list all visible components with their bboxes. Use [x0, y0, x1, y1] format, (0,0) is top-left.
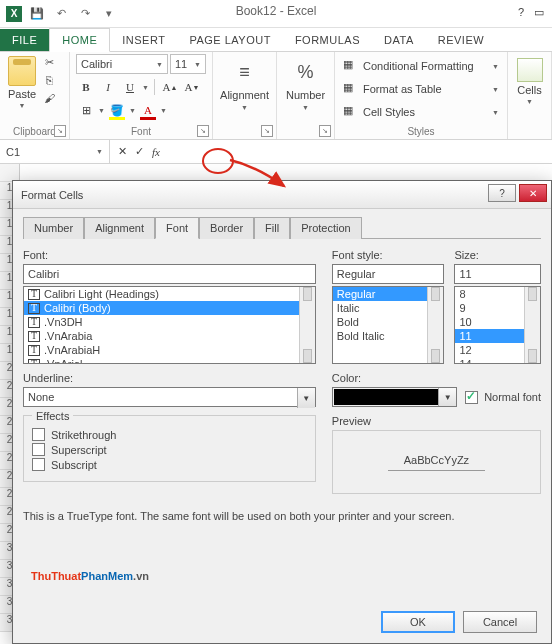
cells-button[interactable]: Cells ▼ [514, 54, 545, 109]
size-input[interactable] [454, 264, 541, 284]
shrink-font-button[interactable]: A▼ [182, 77, 202, 97]
conditional-formatting-button[interactable]: ▦Conditional Formatting▼ [343, 56, 499, 76]
cs-icon: ▦ [343, 104, 359, 120]
font-name-combo[interactable]: Calibri▼ [76, 54, 168, 74]
underline-label: Underline: [23, 372, 316, 384]
font-dialog-launcher[interactable]: ↘ [197, 125, 209, 137]
font-style-label: Font style: [332, 249, 445, 261]
tab-review[interactable]: REVIEW [426, 29, 496, 51]
undo-icon[interactable]: ↶ [52, 5, 70, 23]
font-size-combo[interactable]: 11▼ [170, 54, 206, 74]
dialog-help-button[interactable]: ? [488, 184, 516, 202]
enter-formula-icon[interactable]: ✓ [135, 145, 144, 158]
watermark: ThuThuatPhanMem.vn [31, 561, 149, 585]
truetype-icon: T [28, 345, 40, 356]
font-color-button[interactable]: A [138, 100, 158, 120]
fx-icon[interactable]: fx [152, 146, 160, 158]
dlg-tab-border[interactable]: Border [199, 217, 254, 239]
fill-color-button[interactable]: 🪣 [107, 100, 127, 120]
alignment-icon: ≡ [231, 58, 259, 86]
clipboard-dialog-launcher[interactable]: ↘ [54, 125, 66, 137]
scrollbar[interactable] [427, 287, 443, 363]
dlg-tab-number[interactable]: Number [23, 217, 84, 239]
grow-font-button[interactable]: A▲ [160, 77, 180, 97]
ribbon-options-icon[interactable]: ▭ [534, 6, 544, 19]
chevron-down-icon[interactable]: ▼ [297, 388, 315, 408]
font-listbox[interactable]: TCalibri Light (Headings) TCalibri (Body… [23, 286, 316, 364]
cancel-formula-icon[interactable]: ✕ [118, 145, 127, 158]
tab-page-layout[interactable]: PAGE LAYOUT [177, 29, 283, 51]
redo-icon[interactable]: ↷ [76, 5, 94, 23]
excel-icon: X [6, 6, 22, 22]
font-group-label: Font [76, 124, 206, 139]
cells-icon [517, 58, 543, 82]
border-button[interactable]: ⊞ [76, 100, 96, 120]
save-icon[interactable]: 💾 [28, 5, 46, 23]
dlg-tab-protection[interactable]: Protection [290, 217, 362, 239]
font-label: Font: [23, 249, 316, 261]
copy-icon[interactable]: ⎘ [41, 72, 57, 88]
tab-formulas[interactable]: FORMULAS [283, 29, 372, 51]
dlg-tab-fill[interactable]: Fill [254, 217, 290, 239]
fat-icon: ▦ [343, 81, 359, 97]
alignment-dialog-launcher[interactable]: ↘ [261, 125, 273, 137]
underline-button[interactable]: U [120, 77, 140, 97]
ok-button[interactable]: OK [381, 611, 455, 633]
truetype-icon: T [28, 317, 40, 328]
format-as-table-button[interactable]: ▦Format as Table▼ [343, 79, 499, 99]
number-button[interactable]: % Number ▼ [283, 54, 328, 111]
truetype-icon: T [28, 303, 40, 314]
normal-font-checkbox[interactable]: Normal font [465, 391, 541, 404]
font-style-input[interactable] [332, 264, 445, 284]
format-cells-dialog: Format Cells ? ✕ Number Alignment Font B… [12, 180, 552, 644]
paste-label: Paste [8, 88, 36, 100]
scrollbar[interactable] [299, 287, 315, 363]
number-icon: % [292, 58, 320, 86]
effects-label: Effects [32, 410, 73, 422]
cut-icon[interactable]: ✂ [41, 54, 57, 70]
superscript-checkbox[interactable]: Superscript [32, 443, 307, 456]
color-label: Color: [332, 372, 541, 384]
font-description: This is a TrueType font. The same font w… [23, 510, 541, 522]
cf-icon: ▦ [343, 58, 359, 74]
size-listbox[interactable]: 8 9 10 11 12 14 [454, 286, 541, 364]
dlg-tab-font[interactable]: Font [155, 217, 199, 239]
bold-button[interactable]: B [76, 77, 96, 97]
dialog-close-button[interactable]: ✕ [519, 184, 547, 202]
truetype-icon: T [28, 331, 40, 342]
dialog-title: Format Cells [21, 189, 83, 201]
tab-home[interactable]: HOME [49, 28, 110, 52]
scrollbar[interactable] [524, 287, 540, 363]
strikethrough-checkbox[interactable]: Strikethrough [32, 428, 307, 441]
number-dialog-launcher[interactable]: ↘ [319, 125, 331, 137]
help-icon[interactable]: ? [518, 6, 524, 19]
subscript-checkbox[interactable]: Subscript [32, 458, 307, 471]
size-label: Size: [454, 249, 541, 261]
tab-file[interactable]: FILE [0, 29, 49, 51]
chevron-down-icon[interactable]: ▼ [438, 388, 456, 406]
paste-icon [8, 56, 36, 86]
qat-dropdown-icon[interactable]: ▾ [100, 5, 118, 23]
truetype-icon: T [28, 289, 40, 300]
dlg-tab-alignment[interactable]: Alignment [84, 217, 155, 239]
tab-insert[interactable]: INSERT [110, 29, 177, 51]
paste-button[interactable]: Paste ▼ [6, 54, 38, 111]
underline-select[interactable] [23, 387, 316, 407]
cell-styles-button[interactable]: ▦Cell Styles▼ [343, 102, 499, 122]
font-input[interactable] [23, 264, 316, 284]
styles-label: Styles [341, 124, 501, 139]
cancel-button[interactable]: Cancel [463, 611, 537, 633]
preview-box: AaBbCcYyZz [332, 430, 541, 494]
font-style-listbox[interactable]: Regular Italic Bold Bold Italic [332, 286, 445, 364]
format-painter-icon[interactable]: 🖌 [41, 90, 57, 106]
preview-label: Preview [332, 415, 541, 427]
tab-data[interactable]: DATA [372, 29, 426, 51]
italic-button[interactable]: I [98, 77, 118, 97]
name-box[interactable]: C1▼ [0, 140, 110, 163]
alignment-button[interactable]: ≡ Alignment ▼ [219, 54, 270, 111]
truetype-icon: T [28, 359, 40, 365]
